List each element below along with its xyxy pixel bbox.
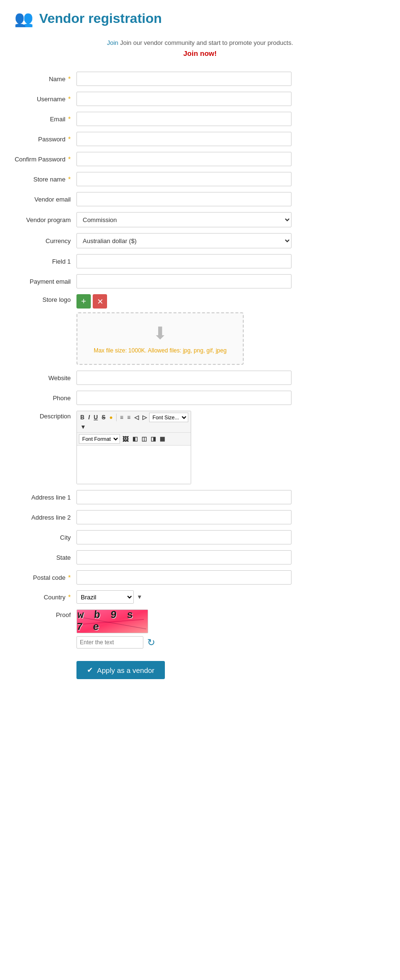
website-field-cell: [76, 368, 386, 388]
phone-row: Phone: [14, 388, 386, 408]
add-logo-button[interactable]: +: [76, 294, 91, 309]
table-button[interactable]: ▦: [158, 435, 166, 443]
postal-code-required: *: [68, 574, 71, 581]
payment-email-field-cell: [76, 271, 386, 291]
apply-button[interactable]: ✔ Apply as a vendor: [76, 661, 165, 679]
country-dropdown-arrow[interactable]: ▼: [137, 594, 142, 600]
store-name-field-cell: [76, 169, 386, 189]
upload-area[interactable]: ⬇ Max file size: 1000K. Allowed files: j…: [76, 312, 244, 365]
payment-email-input[interactable]: [76, 274, 292, 288]
website-label: Website: [14, 368, 76, 388]
city-row: City: [14, 527, 386, 547]
confirm-password-row: Confirm Password *: [14, 149, 386, 169]
city-input[interactable]: [76, 530, 292, 544]
username-input[interactable]: [76, 92, 292, 106]
description-input[interactable]: [77, 446, 191, 484]
password-field-cell: [76, 129, 386, 149]
store-name-input[interactable]: [76, 172, 292, 186]
remove-logo-button[interactable]: ✕: [93, 294, 107, 309]
description-editor: B I U S ● ≡ ≡ ◁ ▷ Fo: [76, 411, 191, 484]
payment-email-row: Payment email: [14, 271, 386, 291]
italic-button[interactable]: I: [87, 414, 91, 421]
name-row: Name *: [14, 69, 386, 89]
state-input[interactable]: [76, 550, 292, 565]
store-name-row: Store name *: [14, 169, 386, 189]
refresh-icon[interactable]: ↻: [147, 637, 155, 648]
username-field-cell: [76, 89, 386, 109]
address1-input[interactable]: [76, 490, 292, 504]
confirm-password-field-cell: [76, 149, 386, 169]
registration-form: Name * Username *: [14, 69, 386, 651]
email-required: *: [68, 115, 71, 123]
vendor-email-input[interactable]: [76, 192, 292, 206]
state-field-cell: [76, 547, 386, 567]
postal-code-input[interactable]: [76, 570, 292, 585]
vendor-program-field-cell: Commission: [76, 209, 386, 230]
name-field-cell: [76, 69, 386, 89]
currency-select[interactable]: Australian dollar ($): [76, 233, 292, 248]
captcha-image: w b 9 s 7 e: [76, 609, 148, 633]
indent-button[interactable]: ▷: [141, 414, 148, 421]
join-link[interactable]: Join: [107, 39, 119, 46]
address1-label: Address line 1: [14, 487, 76, 507]
intro-text: Join Join our vendor community and start…: [14, 39, 386, 46]
state-row: State: [14, 547, 386, 567]
currency-row: Currency Australian dollar ($): [14, 230, 386, 251]
password-row: Password *: [14, 129, 386, 149]
address1-field-cell: [76, 487, 386, 507]
editor-toolbar-row1: B I U S ● ≡ ≡ ◁ ▷ Fo: [77, 411, 191, 433]
ul-button[interactable]: ≡: [119, 414, 125, 421]
vendor-program-select[interactable]: Commission: [76, 212, 292, 227]
country-required: *: [68, 593, 71, 601]
postal-code-row: Postal code *: [14, 567, 386, 587]
strikethrough-button[interactable]: S: [100, 414, 107, 421]
country-select[interactable]: Brazil: [76, 590, 134, 604]
password-input[interactable]: [76, 132, 292, 146]
field1-field-cell: [76, 251, 386, 271]
country-field-cell: Brazil ▼: [76, 587, 386, 607]
check-icon: ✔: [87, 666, 93, 674]
bold-button[interactable]: B: [79, 414, 86, 421]
field1-input[interactable]: [76, 254, 292, 268]
address1-row: Address line 1: [14, 487, 386, 507]
vendor-email-label: Vendor email: [14, 189, 76, 209]
more-button[interactable]: ▼: [79, 423, 87, 431]
name-input[interactable]: [76, 72, 292, 86]
underline-button[interactable]: U: [92, 414, 99, 421]
store-logo-label: Store logo: [14, 291, 76, 368]
email-input[interactable]: [76, 112, 292, 126]
store-name-required: *: [68, 175, 71, 183]
outdent-button[interactable]: ◁: [133, 414, 140, 421]
username-row: Username *: [14, 89, 386, 109]
website-input[interactable]: [76, 371, 292, 385]
align-right-button[interactable]: ◨: [149, 435, 157, 443]
font-size-select[interactable]: Font Size...: [149, 413, 188, 422]
postal-code-field-cell: [76, 567, 386, 587]
phone-field-cell: [76, 388, 386, 408]
store-logo-row: Store logo + ✕ ⬇ Ma: [14, 291, 386, 368]
username-required: *: [68, 95, 71, 103]
upload-icon: ⬇: [153, 323, 167, 343]
insert-image-button[interactable]: 🖼: [121, 435, 130, 443]
confirm-password-input[interactable]: [76, 152, 292, 166]
ol-button[interactable]: ≡: [126, 414, 132, 421]
captcha-input[interactable]: [76, 636, 143, 649]
field1-row: Field 1: [14, 251, 386, 271]
phone-input[interactable]: [76, 391, 292, 405]
vendor-program-label: Vendor program: [14, 209, 76, 230]
align-center-button[interactable]: ◫: [140, 435, 148, 443]
password-required: *: [68, 135, 71, 143]
description-field-cell: B I U S ● ≡ ≡ ◁ ▷ Fo: [76, 408, 386, 487]
proof-row: Proof: [14, 607, 386, 651]
vendor-email-field-cell: [76, 189, 386, 209]
email-field-cell: [76, 109, 386, 129]
address2-input[interactable]: [76, 510, 292, 524]
username-label: Username *: [14, 89, 76, 109]
description-row: Description B I U S ● ≡: [14, 408, 386, 487]
color-button[interactable]: ●: [108, 414, 114, 421]
payment-email-label: Payment email: [14, 271, 76, 291]
font-format-select[interactable]: Font Format: [79, 434, 120, 444]
store-name-label: Store name *: [14, 169, 76, 189]
align-left-button[interactable]: ◧: [131, 435, 139, 443]
currency-label: Currency: [14, 230, 76, 251]
